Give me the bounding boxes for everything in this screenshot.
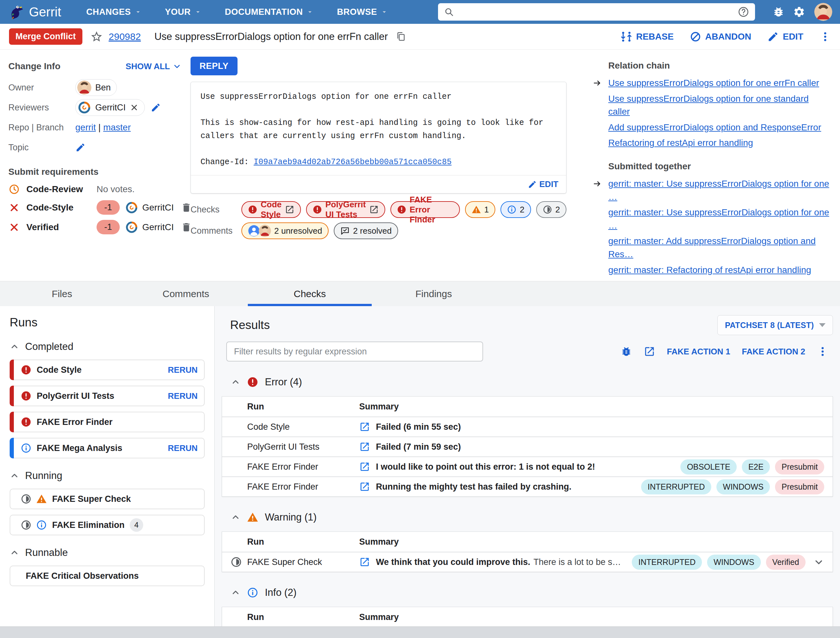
edit-button[interactable]: EDIT [767, 31, 803, 43]
runs-section-completed[interactable]: Completed [9, 341, 205, 352]
change-id-link[interactable]: I09a7aeb9a4d02ab726a56bebb00a571cca050c8… [254, 157, 452, 167]
section-title: Warning (1) [265, 512, 317, 523]
patchset-dropdown[interactable]: PATCHSET 8 (LATEST) [717, 315, 833, 335]
result-row[interactable]: FAKE Error FinderRunning the mighty test… [222, 476, 833, 496]
external-link-icon[interactable] [359, 481, 370, 492]
edit-commit-button[interactable]: EDIT [528, 179, 558, 189]
relation-chain-link[interactable]: Use suppressErrorDialogs option for one … [608, 94, 809, 117]
submitted-together-item: gerrit: master: Use suppressErrorDialogs… [608, 177, 832, 204]
abandon-button[interactable]: ABANDON [690, 31, 751, 43]
rebase-button[interactable]: REBASE [621, 31, 674, 43]
repo-link[interactable]: gerrit [75, 122, 96, 132]
submitted-together-link[interactable]: gerrit: master: Use suppressErrorDialogs… [608, 178, 829, 202]
tab-findings[interactable]: Findings [372, 281, 496, 306]
check-chip-warning[interactable]: 1 [465, 201, 495, 218]
account-name: GerritCI [142, 202, 174, 213]
relation-chain-link[interactable]: Add suppressErrorDialogs option and Resp… [608, 122, 821, 132]
results-section-error[interactable]: Error (4) [231, 376, 833, 388]
rerun-button[interactable]: RERUN [168, 391, 197, 401]
result-tags: INTERRUPTEDWINDOWSVerified [625, 554, 805, 570]
runs-section-running[interactable]: Running [9, 470, 205, 482]
external-link-icon[interactable] [359, 461, 370, 472]
menu-browse[interactable]: BROWSE [325, 0, 400, 24]
menu-changes[interactable]: CHANGES [75, 0, 153, 24]
external-link-icon[interactable] [359, 441, 370, 452]
result-row[interactable]: FAKE Error FinderI would like to point o… [222, 456, 833, 476]
tab-comments[interactable]: Comments [124, 281, 248, 306]
run-name: FAKE Elimination [52, 520, 125, 530]
repo-branch-row: Repo | Branch gerrit | master [8, 119, 185, 136]
edit-reviewers-icon[interactable] [151, 103, 161, 113]
tab-checks[interactable]: Checks [248, 281, 372, 306]
fake-action-2-button[interactable]: FAKE ACTION 2 [742, 347, 805, 357]
run-card[interactable]: FAKE Error Finder [9, 412, 205, 432]
relation-chain-link[interactable]: Use suppressErrorDialogs option for one … [608, 78, 819, 88]
change-number-link[interactable]: 290982 [109, 31, 141, 42]
submitted-together-link[interactable]: gerrit: master: Use suppressErrorDialogs… [608, 207, 829, 231]
show-all-button[interactable]: SHOW ALL [126, 62, 182, 71]
unresolved-comments-chip[interactable]: 2 unresolved [242, 223, 328, 239]
run-card[interactable]: Code StyleRERUN [9, 360, 205, 380]
help-icon[interactable] [737, 6, 749, 18]
bug-report-icon[interactable] [772, 6, 785, 18]
bug-report-icon[interactable] [621, 346, 632, 357]
check-chip-error[interactable]: PolyGerrit UI Tests [306, 201, 385, 218]
tab-files[interactable]: Files [0, 281, 124, 306]
run-card[interactable]: FAKE Mega AnalysisRERUN [9, 438, 205, 458]
results-section-info[interactable]: Info (2) [231, 587, 833, 599]
remove-reviewer-icon[interactable] [130, 103, 139, 112]
reviewer-chip[interactable]: GerritCI [75, 99, 145, 116]
relation-chain-link[interactable]: Refactoring of restApi error handling [608, 138, 753, 148]
result-row[interactable]: FAKE Super CheckWe think that you could … [222, 552, 833, 572]
run-card[interactable]: FAKE Super Check [9, 489, 205, 509]
branch-link[interactable]: master [103, 122, 131, 132]
rerun-button[interactable]: RERUN [168, 443, 197, 453]
result-summary-cell: We think that you could improve this.The… [359, 554, 824, 570]
menu-your[interactable]: YOUR [153, 0, 213, 24]
delete-vote-icon[interactable] [181, 222, 192, 233]
external-link-icon[interactable] [359, 557, 370, 567]
fake-action-1-button[interactable]: FAKE ACTION 1 [667, 347, 730, 357]
check-chip-info[interactable]: 2 [501, 201, 531, 218]
resolved-comments-chip[interactable]: 2 resolved [334, 223, 398, 239]
owner-chip[interactable]: Ben [75, 79, 117, 96]
runs-section-runnable[interactable]: Runnable [9, 547, 205, 559]
more-options-icon[interactable] [817, 346, 828, 357]
info-icon [21, 442, 32, 453]
check-chip-error[interactable]: Code Style [242, 201, 301, 218]
star-icon[interactable] [90, 30, 103, 43]
run-card[interactable]: FAKE Critical Observations [9, 565, 205, 586]
change-header: Merge Conflict 290982 Use suppressErrorD… [0, 24, 840, 50]
submitted-together-link[interactable]: gerrit: master: Refactoring of restApi e… [608, 265, 811, 275]
settings-gear-icon[interactable] [793, 6, 805, 18]
submitted-together-link[interactable]: gerrit: master: Add suppressErrorDialogs… [608, 236, 816, 259]
gerrit-logo[interactable]: Gerrit [8, 3, 61, 21]
external-link-icon[interactable] [359, 422, 370, 432]
reply-button[interactable]: REPLY [191, 57, 237, 75]
result-row[interactable]: PolyGerrit UI TestsFailed (7 min 59 sec) [222, 436, 833, 456]
edit-topic-icon[interactable] [75, 142, 85, 153]
expand-row-icon[interactable] [813, 557, 824, 567]
run-card[interactable]: PolyGerrit UI TestsRERUN [9, 385, 205, 406]
rerun-button[interactable]: RERUN [168, 365, 197, 375]
run-card[interactable]: FAKE Elimination4 [9, 515, 205, 535]
filter-input[interactable] [226, 341, 483, 362]
check-chip-error[interactable]: FAKE Error Finder [390, 201, 460, 218]
result-row[interactable]: Code StyleFailed (6 min 55 sec) [222, 417, 833, 436]
external-link-icon[interactable] [644, 346, 655, 357]
change-title: Use suppressErrorDialogs option for one … [155, 31, 388, 43]
search-input[interactable] [459, 7, 733, 17]
tag-windows: WINDOWS [717, 479, 770, 494]
more-options-icon[interactable] [819, 31, 831, 43]
abandon-icon [690, 31, 701, 43]
run-name: Code Style [247, 422, 290, 432]
collapse-icon [9, 342, 19, 352]
menu-documentation[interactable]: DOCUMENTATION [213, 0, 325, 24]
user-avatar[interactable] [814, 3, 832, 21]
check-chip-running[interactable]: 2 [536, 201, 567, 218]
results-section-warning[interactable]: Warning (1) [231, 512, 833, 523]
copy-icon[interactable] [396, 31, 406, 42]
section-title: Info (2) [265, 587, 297, 599]
tag-obsolete: OBSOLETE [681, 460, 737, 474]
delete-vote-icon[interactable] [181, 202, 192, 213]
